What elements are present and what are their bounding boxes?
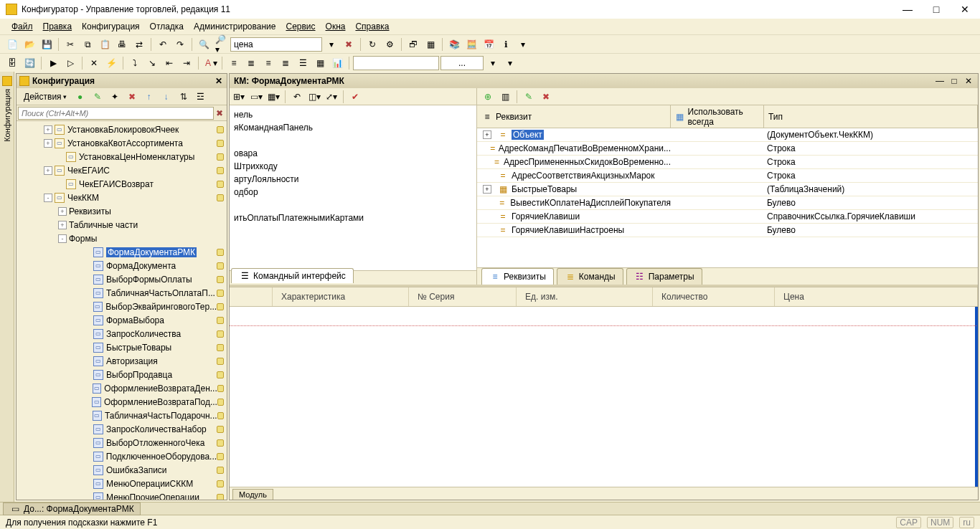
grid-icon[interactable]: ▦ xyxy=(312,55,328,71)
pcol-idx[interactable] xyxy=(230,287,273,306)
tree-node[interactable]: +▭УстановкаКвотАссортимента xyxy=(17,136,227,150)
menu-help[interactable]: Справка xyxy=(351,20,393,33)
config-tree[interactable]: +▭УстановкаБлокировокЯчеек+▭УстановкаКво… xyxy=(17,121,227,500)
fs-undo-icon[interactable]: ↶ xyxy=(289,89,305,105)
dots-field[interactable] xyxy=(440,56,484,70)
align-right-icon[interactable]: ≡ xyxy=(260,55,276,71)
add-icon[interactable]: ● xyxy=(72,89,88,105)
attribute-row[interactable]: =АдресКомандПечатиВоВременномХрани...Стр… xyxy=(477,142,978,156)
tab-requisites[interactable]: ≡Реквизиты xyxy=(481,268,554,285)
tree-node[interactable]: ▭ВыборФормыОплаты xyxy=(17,272,227,286)
tree-node[interactable]: ▭ОформлениеВозвратаДен... xyxy=(17,381,227,395)
tree-node[interactable]: ▭ОшибкаЗаписи xyxy=(17,463,227,477)
attribute-row[interactable]: =ВывестиКОплатеНаДисплейПокупателяБулево xyxy=(477,196,978,210)
tree-node[interactable]: ▭ТабличнаяЧастьПодарочн... xyxy=(17,409,227,422)
search-combo[interactable] xyxy=(230,37,322,52)
align-left-icon[interactable]: ≡ xyxy=(226,55,242,71)
preview-body[interactable] xyxy=(230,307,978,487)
attribute-row[interactable]: +=Объект(ДокументОбъект.ЧекККМ) xyxy=(477,128,978,142)
more-icon[interactable]: ▾ xyxy=(515,37,531,52)
step-into-icon[interactable]: ↘ xyxy=(144,55,160,71)
fs-expand2-icon[interactable]: ⤢▾ xyxy=(324,89,339,105)
config-tab-icon[interactable] xyxy=(2,76,12,86)
pcol-qty[interactable]: Количество xyxy=(653,287,775,306)
tree-node[interactable]: ▭ТабличнаяЧастьОплатаП... xyxy=(17,286,227,300)
tree-toggle-icon[interactable]: + xyxy=(58,221,67,229)
attributes-grid[interactable]: +=Объект(ДокументОбъект.ЧекККМ)=АдресКом… xyxy=(477,128,978,267)
attribute-row[interactable]: +▦БыстрыеТовары(ТаблицаЗначений) xyxy=(477,183,978,196)
find-next-icon[interactable]: 🔎▾ xyxy=(213,37,229,52)
menu-debug[interactable]: Отладка xyxy=(146,20,188,33)
menu-service[interactable]: Сервис xyxy=(281,20,319,33)
pcol-unit[interactable]: Ед. изм. xyxy=(517,287,653,306)
fs-expand-icon[interactable]: ⊞▾ xyxy=(231,89,247,105)
fs-layout-icon[interactable]: ◫▾ xyxy=(306,89,322,105)
config-search-clear-icon[interactable]: ✖ xyxy=(214,108,225,119)
tab-module[interactable]: Модуль xyxy=(232,489,273,500)
cut-icon[interactable]: ✂ xyxy=(62,37,78,52)
cascade-icon[interactable]: 🗗 xyxy=(405,37,421,52)
maximize-button[interactable]: □ xyxy=(927,2,946,16)
tree-node[interactable]: +▭ЧекЕГАИС xyxy=(17,163,227,177)
down-arrow-icon[interactable]: ▾ xyxy=(485,55,501,71)
tree-node[interactable]: +▭УстановкаБлокировокЯчеек xyxy=(17,123,227,136)
info-icon[interactable]: ℹ xyxy=(498,37,514,52)
form-tree-line[interactable]: Штрихкоду xyxy=(232,160,475,173)
calc-icon[interactable]: 🧮 xyxy=(463,37,479,52)
new-icon[interactable]: 📄 xyxy=(4,37,20,52)
tree-node[interactable]: ▭ФормаДокумента xyxy=(17,259,227,272)
paste-icon[interactable]: 📋 xyxy=(97,37,113,52)
tree-toggle-icon[interactable]: + xyxy=(44,125,52,134)
tree-node[interactable]: ▭ФормаВыбора xyxy=(17,313,227,327)
pcol-price[interactable]: Цена xyxy=(775,287,978,306)
clear-search-icon[interactable]: ✖ xyxy=(341,37,357,52)
config-tab-label[interactable]: Конфигурация xyxy=(3,86,11,145)
start-debug-icon[interactable]: ▶ xyxy=(45,55,61,71)
tree-toggle-icon[interactable]: + xyxy=(44,139,52,148)
tile-icon[interactable]: ▦ xyxy=(423,37,438,52)
tree-node[interactable]: -▭ЧекККМ xyxy=(17,191,227,204)
tree-node[interactable]: ▭ОформлениеВозвратаПод... xyxy=(17,395,227,409)
calendar-icon[interactable]: 📅 xyxy=(481,37,496,52)
list-icon[interactable]: ☰ xyxy=(295,55,311,71)
step-over-icon[interactable]: ⤵ xyxy=(127,55,143,71)
tab-commands[interactable]: ≣Команды xyxy=(557,268,623,285)
attr-toggle-icon[interactable]: + xyxy=(483,130,491,139)
tree-node[interactable]: ▭ЧекЕГАИСВозврат xyxy=(17,177,227,191)
form-tree-line[interactable]: одбор xyxy=(232,186,475,199)
at-delete-icon[interactable]: ✖ xyxy=(538,89,554,105)
tree-toggle-icon[interactable]: - xyxy=(58,234,67,243)
at-col-icon[interactable]: ▥ xyxy=(497,89,513,105)
magic-icon[interactable]: ✦ xyxy=(107,89,123,105)
attribute-row[interactable]: =ГорячиеКлавишиСправочникСсылка.ГорячиеК… xyxy=(477,210,978,224)
tree-node[interactable]: ▭ЗапросКоличества xyxy=(17,327,227,340)
form-tree-line[interactable]: артуЛояльности xyxy=(232,173,475,186)
actions-dropdown[interactable]: Действия ▾ xyxy=(19,90,71,103)
task-item[interactable]: ▭До...: ФормаДокументаРМК xyxy=(3,502,141,515)
col-requisite[interactable]: ≡Реквизит xyxy=(477,105,671,128)
tree-node[interactable]: ▭ВыборЭквайринговогоТер... xyxy=(17,300,227,313)
tree-node[interactable]: ▭ПодключенноеОборудова... xyxy=(17,449,227,463)
properties-icon[interactable]: ⚙ xyxy=(382,37,397,52)
tree-node[interactable]: -Формы xyxy=(17,232,227,245)
db-icon[interactable]: 🗄 xyxy=(4,55,20,71)
config-search-input[interactable] xyxy=(18,107,214,120)
at-add-icon[interactable]: ⊕ xyxy=(480,89,496,105)
edit-icon[interactable]: ✎ xyxy=(90,89,105,105)
fs-panel-icon[interactable]: ▭▾ xyxy=(248,89,264,105)
chart-icon[interactable]: 📊 xyxy=(329,55,345,71)
tree-node[interactable]: ▭ФормаДокументаРМК xyxy=(17,245,227,259)
menu-windows[interactable]: Окна xyxy=(321,20,350,33)
tree-node[interactable]: ▭ЗапросКоличестваНабор xyxy=(17,422,227,436)
menu-file[interactable]: Файл xyxy=(7,20,37,33)
secondary-search[interactable] xyxy=(353,56,439,70)
update-db-icon[interactable]: 🔄 xyxy=(22,55,37,71)
attr-toggle-icon[interactable]: + xyxy=(483,185,491,194)
delete-icon[interactable]: ✖ xyxy=(124,89,140,105)
indent-icon[interactable]: ⇥ xyxy=(179,55,194,71)
fs-table-icon[interactable]: ▦▾ xyxy=(265,89,281,105)
col-type[interactable]: Тип xyxy=(764,105,978,128)
redo-icon[interactable]: ↷ xyxy=(172,37,188,52)
tree-node[interactable]: ▭БыстрыеТовары xyxy=(17,340,227,354)
tab-parameters[interactable]: ☷Параметры xyxy=(626,268,702,285)
